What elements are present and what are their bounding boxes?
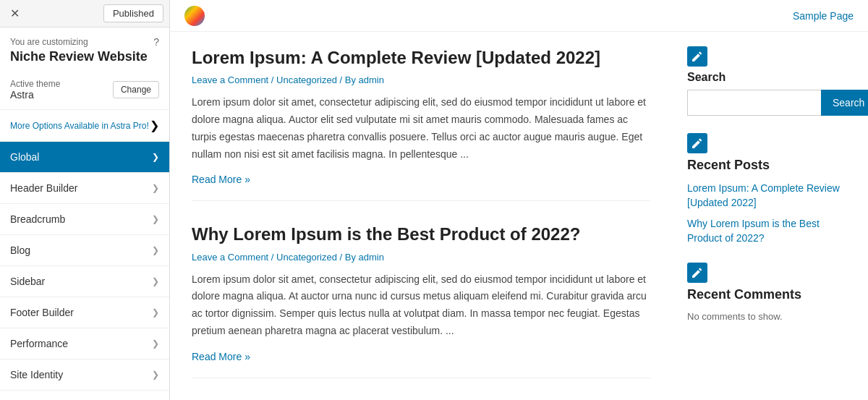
nav-item-global[interactable]: Global ❯ <box>0 142 169 173</box>
pencil-icon <box>692 268 702 278</box>
recent-posts-widget-edit-icon[interactable] <box>687 133 707 153</box>
post-meta-1: Leave a Comment / Uncategorized / By adm… <box>192 75 651 85</box>
nav-item-header-builder[interactable]: Header Builder ❯ <box>0 173 169 204</box>
blog-main-column: Lorem Ipsum: A Complete Review [Updated … <box>170 32 673 400</box>
active-theme-name: Astra <box>10 89 60 101</box>
recent-post-item-1: Lorem Ipsum: A Complete Review [Updated … <box>687 182 854 210</box>
sample-page-link[interactable]: Sample Page <box>793 10 854 22</box>
nav-item-chevron-icon: ❯ <box>152 370 159 380</box>
help-icon[interactable]: ? <box>153 36 159 48</box>
site-logo-icon <box>184 6 205 26</box>
site-title: Niche Review Website <box>0 49 169 73</box>
blog-sidebar-column: Search Search Recent Posts Lorem Ipsum: … <box>673 32 868 400</box>
post-title-2: Why Lorem Ipsum is the Best Product of 2… <box>192 223 651 245</box>
active-theme-row: Active theme Astra Change <box>0 73 169 110</box>
nav-item-chevron-icon: ❯ <box>152 152 159 162</box>
pencil-icon <box>692 138 702 148</box>
nav-item-label: Performance <box>10 338 68 349</box>
nav-item-breadcrumb[interactable]: Breadcrumb ❯ <box>0 204 169 235</box>
nav-item-label: Blog <box>10 244 30 256</box>
nav-item-menus[interactable]: Menus ❯ <box>0 391 169 400</box>
customizing-label-row: You are customizing ? <box>0 27 169 49</box>
preview-area: Sample Page Lorem Ipsum: A Complete Revi… <box>170 0 868 400</box>
published-button[interactable]: Published <box>103 4 163 22</box>
search-row: Search <box>687 90 854 116</box>
pencil-icon <box>692 51 702 61</box>
recent-comments-title: Recent Comments <box>687 287 854 302</box>
close-button[interactable]: ✕ <box>6 5 24 22</box>
recent-posts-list: Lorem Ipsum: A Complete Review [Updated … <box>687 182 854 245</box>
nav-item-chevron-icon: ❯ <box>152 214 159 224</box>
read-more-2[interactable]: Read More » <box>192 351 250 362</box>
nav-item-label: Breadcrumb <box>10 213 65 225</box>
blog-post-2: Why Lorem Ipsum is the Best Product of 2… <box>192 223 651 378</box>
active-theme-label: Active theme <box>10 79 60 89</box>
nav-item-label: Sidebar <box>10 276 45 287</box>
nav-item-footer-builder[interactable]: Footer Builder ❯ <box>0 297 169 328</box>
nav-item-label: Footer Builder <box>10 307 74 318</box>
post-excerpt-1: Lorem ipsum dolor sit amet, consectetur … <box>192 94 651 163</box>
nav-item-sidebar[interactable]: Sidebar ❯ <box>0 266 169 297</box>
nav-item-label: Header Builder <box>10 182 77 194</box>
nav-items-list: Global ❯ Header Builder ❯ Breadcrumb ❯ B… <box>0 142 169 400</box>
astra-promo-text: More Options Available in Astra Pro! <box>10 121 149 131</box>
recent-comments-widget: Recent Comments No comments to show. <box>687 263 854 322</box>
nav-item-chevron-icon: ❯ <box>152 245 159 255</box>
search-widget-edit-icon[interactable] <box>687 46 707 67</box>
nav-item-performance[interactable]: Performance ❯ <box>0 328 169 359</box>
recent-post-item-2: Why Lorem Ipsum is the Best Product of 2… <box>687 217 854 245</box>
astra-promo-banner[interactable]: More Options Available in Astra Pro! ❯ <box>0 110 169 142</box>
preview-topbar: Sample Page <box>170 0 868 32</box>
active-theme-info: Active theme Astra <box>10 79 60 101</box>
customizer-sidebar: ✕ Published You are customizing ? Niche … <box>0 0 170 400</box>
search-widget: Search Search <box>687 46 854 116</box>
nav-item-site-identity[interactable]: Site Identity ❯ <box>0 359 169 391</box>
recent-posts-title: Recent Posts <box>687 158 854 173</box>
nav-item-chevron-icon: ❯ <box>152 339 159 349</box>
nav-item-chevron-icon: ❯ <box>152 183 159 193</box>
sidebar-top-bar: ✕ Published <box>0 0 169 27</box>
promo-chevron-icon: ❯ <box>150 119 159 132</box>
post-meta-2: Leave a Comment / Uncategorized / By adm… <box>192 252 651 263</box>
recent-posts-widget: Recent Posts Lorem Ipsum: A Complete Rev… <box>687 133 854 245</box>
post-excerpt-2: Lorem ipsum dolor sit amet, consectetur … <box>192 271 651 340</box>
recent-post-link-1[interactable]: Lorem Ipsum: A Complete Review [Updated … <box>687 182 840 208</box>
search-button[interactable]: Search <box>821 90 868 116</box>
blog-area: Lorem Ipsum: A Complete Review [Updated … <box>170 32 868 400</box>
blog-post-1: Lorem Ipsum: A Complete Review [Updated … <box>192 46 651 201</box>
nav-item-chevron-icon: ❯ <box>152 276 159 286</box>
post-title-1: Lorem Ipsum: A Complete Review [Updated … <box>192 46 651 69</box>
customizing-text: You are customizing <box>10 37 88 47</box>
search-widget-label: Search <box>687 71 854 84</box>
nav-item-blog[interactable]: Blog ❯ <box>0 235 169 266</box>
change-theme-button[interactable]: Change <box>113 81 159 98</box>
recent-comments-widget-edit-icon[interactable] <box>687 263 707 283</box>
nav-item-label: Global <box>10 151 39 163</box>
nav-item-label: Site Identity <box>10 369 63 380</box>
read-more-1[interactable]: Read More » <box>192 174 250 185</box>
nav-item-chevron-icon: ❯ <box>152 307 159 318</box>
search-input[interactable] <box>687 90 821 116</box>
recent-post-link-2[interactable]: Why Lorem Ipsum is the Best Product of 2… <box>687 218 820 244</box>
recent-comments-empty: No comments to show. <box>687 311 854 322</box>
